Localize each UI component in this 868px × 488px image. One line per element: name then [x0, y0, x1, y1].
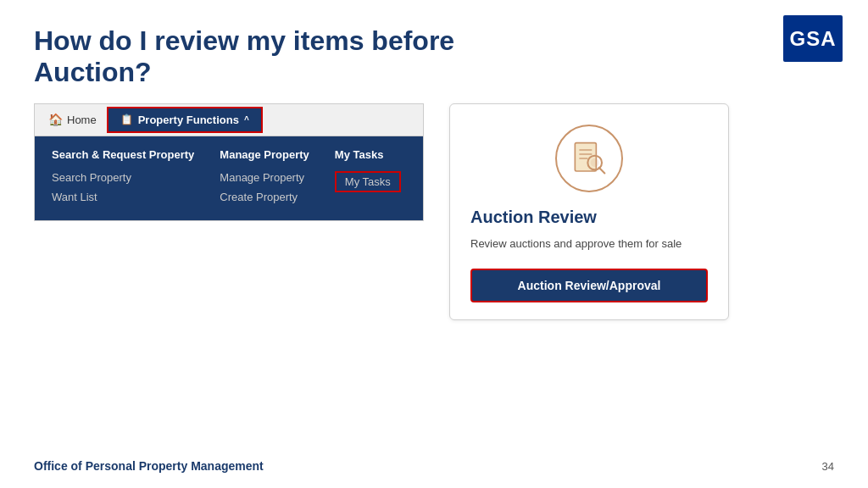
- svg-line-6: [599, 167, 605, 173]
- nav-col-manage: Manage Property Manage Property Create P…: [220, 148, 309, 203]
- auction-icon-wrapper: [555, 125, 623, 192]
- slide-page: GSA How do I review my items before Auct…: [0, 0, 868, 488]
- nav-property-functions[interactable]: 📋 Property Functions ^: [107, 107, 263, 133]
- nav-dropdown: Search & Request Property Search Propert…: [34, 136, 424, 221]
- svg-rect-0: [575, 142, 596, 170]
- nav-link-manage-property[interactable]: Manage Property: [220, 171, 309, 184]
- home-icon: 🏠: [48, 113, 63, 126]
- footer: Office of Personal Property Management 3…: [34, 459, 834, 473]
- auction-review-approval-button[interactable]: Auction Review/Approval: [470, 269, 708, 302]
- content-area: 🏠 Home 📋 Property Functions ^ Search & R…: [34, 103, 834, 321]
- auction-review-icon: [568, 137, 610, 180]
- footer-org-name: Office of Personal Property Management: [34, 459, 264, 473]
- auction-card-description: Review auctions and approve them for sal…: [470, 236, 682, 252]
- nav-link-want-list[interactable]: Want List: [52, 191, 194, 203]
- nav-link-my-tasks[interactable]: My Tasks: [335, 171, 401, 192]
- nav-col-search-header: Search & Request Property: [52, 148, 194, 161]
- nav-link-search-property[interactable]: Search Property: [52, 171, 194, 184]
- auction-card-title: Auction Review: [470, 208, 597, 227]
- nav-col-manage-header: Manage Property: [220, 148, 309, 161]
- main-title: How do I review my items before Auction?: [34, 25, 526, 88]
- svg-point-5: [591, 158, 599, 167]
- nav-col-tasks: My Tasks My Tasks: [335, 148, 401, 203]
- nav-bar: 🏠 Home 📋 Property Functions ^: [34, 103, 424, 136]
- nav-link-create-property[interactable]: Create Property: [220, 191, 309, 203]
- gsa-logo-text: GSA: [789, 27, 836, 51]
- property-icon: 📋: [120, 114, 133, 125]
- nav-col-search: Search & Request Property Search Propert…: [52, 148, 194, 203]
- auction-card: Auction Review Review auctions and appro…: [449, 103, 729, 321]
- gsa-logo: GSA: [783, 15, 843, 62]
- nav-mockup: 🏠 Home 📋 Property Functions ^ Search & R…: [34, 103, 424, 321]
- page-number: 34: [822, 460, 834, 473]
- nav-col-tasks-header: My Tasks: [335, 148, 401, 161]
- property-functions-label: Property Functions: [138, 114, 239, 126]
- caret-icon: ^: [244, 115, 249, 125]
- nav-home-label: Home: [67, 114, 97, 126]
- nav-home-item[interactable]: 🏠 Home: [43, 113, 107, 126]
